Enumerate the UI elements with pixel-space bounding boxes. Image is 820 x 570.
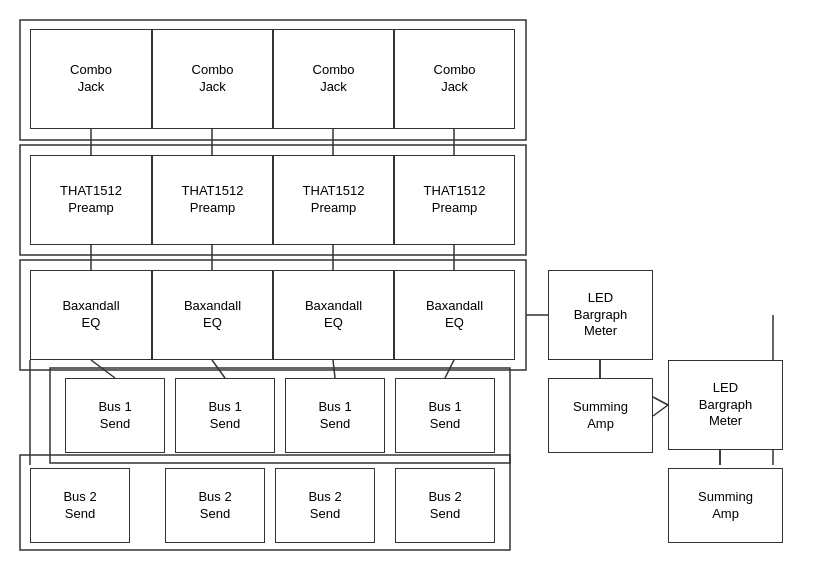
svg-line-9 (212, 360, 225, 378)
preamp-2: THAT1512Preamp (152, 155, 273, 245)
combo-jack-3: ComboJack (273, 29, 394, 129)
svg-line-16 (653, 397, 668, 405)
eq-4: BaxandallEQ (394, 270, 515, 360)
bus2-send-2: Bus 2Send (165, 468, 265, 543)
led-bargraph-meter-2: LEDBargraphMeter (668, 360, 783, 450)
diagram-container: ComboJack ComboJack ComboJack ComboJack … (0, 0, 820, 570)
combo-jack-4: ComboJack (394, 29, 515, 129)
bus1-send-4: Bus 1Send (395, 378, 495, 453)
bus2-send-1: Bus 2Send (30, 468, 130, 543)
eq-2: BaxandallEQ (152, 270, 273, 360)
bus1-send-3: Bus 1Send (285, 378, 385, 453)
svg-line-10 (333, 360, 335, 378)
preamp-3: THAT1512Preamp (273, 155, 394, 245)
combo-jack-1: ComboJack (30, 29, 152, 129)
led-bargraph-meter-1: LEDBargraphMeter (548, 270, 653, 360)
bus2-send-3: Bus 2Send (275, 468, 375, 543)
bus1-send-2: Bus 1Send (175, 378, 275, 453)
eq-3: BaxandallEQ (273, 270, 394, 360)
svg-line-8 (91, 360, 115, 378)
bus1-send-1: Bus 1Send (65, 378, 165, 453)
preamp-4: THAT1512Preamp (394, 155, 515, 245)
preamp-1: THAT1512Preamp (30, 155, 152, 245)
svg-line-11 (445, 360, 454, 378)
svg-line-25 (653, 405, 668, 416)
bus2-send-4: Bus 2Send (395, 468, 495, 543)
summing-amp-1: SummingAmp (548, 378, 653, 453)
combo-jack-2: ComboJack (152, 29, 273, 129)
eq-1: BaxandallEQ (30, 270, 152, 360)
summing-amp-2: SummingAmp (668, 468, 783, 543)
